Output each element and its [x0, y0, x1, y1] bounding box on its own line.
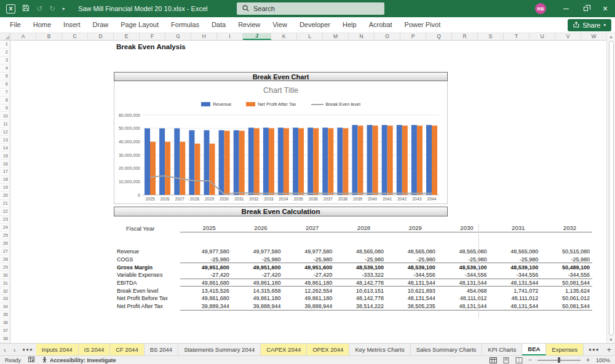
row-header-25[interactable]: 25 [0, 232, 10, 240]
row-header-33[interactable]: 33 [0, 295, 10, 303]
zoom-level[interactable]: 100% [595, 357, 610, 363]
cell[interactable]: 49,951,600 [284, 264, 335, 271]
break-even-chart[interactable]: Chart Title RevenueNet Profit After TaxB… [114, 81, 448, 204]
tab-list-right-icon[interactable]: ●●● [585, 347, 603, 352]
cell[interactable]: 12,262,554 [284, 288, 335, 294]
new-sheet-button[interactable]: + [603, 345, 615, 354]
row-label-variable-expenses[interactable]: Variable Expenses [114, 272, 180, 278]
cell[interactable]: 49,977,580 [180, 248, 232, 255]
cell[interactable]: 38,514,222 [335, 303, 386, 309]
ribbon-tab-formulas[interactable]: Formulas [165, 17, 205, 33]
excel-logo-icon[interactable]: X [6, 4, 15, 14]
cell[interactable]: 49,951,600 [180, 264, 232, 271]
cell[interactable]: -25,980 [386, 256, 438, 263]
accessibility-status[interactable]: Accessibility: Investigate [42, 357, 116, 364]
cell[interactable]: 10,621,893 [386, 288, 438, 294]
cell[interactable]: -25,980 [541, 256, 592, 263]
cell[interactable]: 50,489,100 [541, 264, 592, 271]
cell[interactable]: -25,980 [438, 256, 490, 263]
row-header-27[interactable]: 27 [0, 247, 10, 255]
column-header-h[interactable]: H [191, 33, 217, 40]
cell[interactable]: 39,888,944 [232, 303, 284, 309]
row-header-35[interactable]: 35 [0, 311, 10, 319]
normal-view-icon[interactable] [490, 357, 497, 363]
close-button[interactable]: × [595, 0, 615, 17]
undo-icon[interactable]: ↺ [36, 5, 42, 12]
cell[interactable]: 1,741,072 [490, 288, 541, 294]
row-header-14[interactable]: 14 [0, 144, 10, 152]
row-header-12[interactable]: 12 [0, 128, 10, 136]
fiscal-year-label[interactable]: Fiscal Year [114, 225, 180, 232]
row-header-15[interactable]: 15 [0, 152, 10, 160]
scroll-up-icon[interactable]: ▲ [609, 34, 613, 39]
row-header-11[interactable]: 11 [0, 120, 10, 128]
tab-scroll-right-icon[interactable]: › [10, 346, 20, 354]
year-cell-2030[interactable]: 2030 [438, 224, 490, 231]
sheet-canvas[interactable]: 1234567891011121314151617181920212223242… [0, 41, 615, 343]
macro-record-icon[interactable] [28, 357, 34, 363]
column-header-p[interactable]: P [400, 33, 426, 40]
cell[interactable]: 48,131,544 [490, 303, 541, 309]
cell[interactable]: -27,420 [232, 272, 284, 278]
column-header-q[interactable]: Q [426, 33, 452, 40]
cell[interactable]: 48,131,544 [438, 303, 490, 309]
row-header-23[interactable]: 23 [0, 216, 10, 224]
cell[interactable]: 48,131,544 [438, 280, 490, 286]
sheet-tab-key-metrics-charts[interactable]: Key Metrics Charts [349, 344, 410, 355]
calculation-banner[interactable]: Break Even Calculation [114, 207, 448, 216]
minimize-button[interactable] [556, 0, 576, 17]
cell[interactable]: 49,861,180 [284, 295, 335, 301]
cell[interactable]: 48,111,012 [490, 295, 541, 301]
column-header-s[interactable]: S [478, 33, 504, 40]
ribbon-tab-developer[interactable]: Developer [293, 17, 336, 33]
cell[interactable]: 48,565,080 [490, 248, 541, 255]
column-header-g[interactable]: G [165, 33, 191, 40]
cell[interactable]: -25,980 [335, 256, 386, 263]
row-header-13[interactable]: 13 [0, 136, 10, 144]
vertical-scrollbar[interactable]: ▲ ▼ [606, 33, 615, 343]
year-cell-2032[interactable]: 2032 [541, 224, 592, 231]
ribbon-tab-review[interactable]: Review [232, 17, 266, 33]
share-button[interactable]: Share ▾ [568, 19, 611, 31]
column-header-t[interactable]: T [504, 33, 530, 40]
cell[interactable]: -25,980 [490, 256, 541, 263]
cell[interactable]: 48,131,544 [490, 280, 541, 286]
cell[interactable]: 48,111,012 [438, 295, 490, 301]
save-icon[interactable] [22, 4, 30, 13]
row-header-30[interactable]: 30 [0, 271, 10, 279]
column-header-w[interactable]: W [581, 33, 607, 40]
ribbon-tab-view[interactable]: View [266, 17, 293, 33]
search-input[interactable]: Search [237, 2, 384, 15]
row-header-37[interactable]: 37 [0, 327, 10, 335]
row-header-29[interactable]: 29 [0, 263, 10, 271]
year-cell-2026[interactable]: 2026 [232, 224, 284, 231]
cell[interactable]: 14,315,658 [232, 288, 284, 294]
cell[interactable]: 49,861,680 [180, 280, 232, 286]
row-header-4[interactable]: 4 [0, 65, 10, 73]
sheet-tab-bs-2044[interactable]: BS 2044 [145, 344, 178, 355]
qat-customize-icon[interactable]: ▾ [62, 6, 65, 12]
sheet-tab-inputs-2044[interactable]: Inputs 2044 [36, 344, 79, 355]
cell[interactable]: 49,861,180 [232, 295, 284, 301]
row-header-10[interactable]: 10 [0, 112, 10, 120]
row-header-6[interactable]: 6 [0, 81, 10, 89]
cell[interactable]: 10,613,151 [335, 288, 386, 294]
row-header-34[interactable]: 34 [0, 303, 10, 311]
cell[interactable]: -27,420 [180, 272, 232, 278]
row-label-net-profit-after-tax[interactable]: Net Profit After Tax [114, 303, 180, 309]
ribbon-tab-data[interactable]: Data [205, 17, 232, 33]
column-header-v[interactable]: V [555, 33, 581, 40]
cell[interactable]: 454,068 [438, 288, 490, 294]
cell[interactable]: 48,539,100 [490, 264, 541, 271]
row-header-21[interactable]: 21 [0, 200, 10, 208]
row-header-28[interactable]: 28 [0, 255, 10, 263]
cell[interactable]: 49,977,580 [232, 248, 284, 255]
year-cell-2028[interactable]: 2028 [335, 224, 386, 231]
column-header-d[interactable]: D [88, 33, 114, 40]
cell[interactable]: -344,556 [438, 272, 490, 278]
sheet-tab-expenses[interactable]: Expenses [546, 344, 584, 355]
cell[interactable]: 39,889,344 [180, 303, 232, 309]
year-cell-2025[interactable]: 2025 [180, 224, 232, 231]
cell[interactable]: 50,515,080 [541, 248, 592, 255]
cell[interactable]: -27,420 [284, 272, 335, 278]
